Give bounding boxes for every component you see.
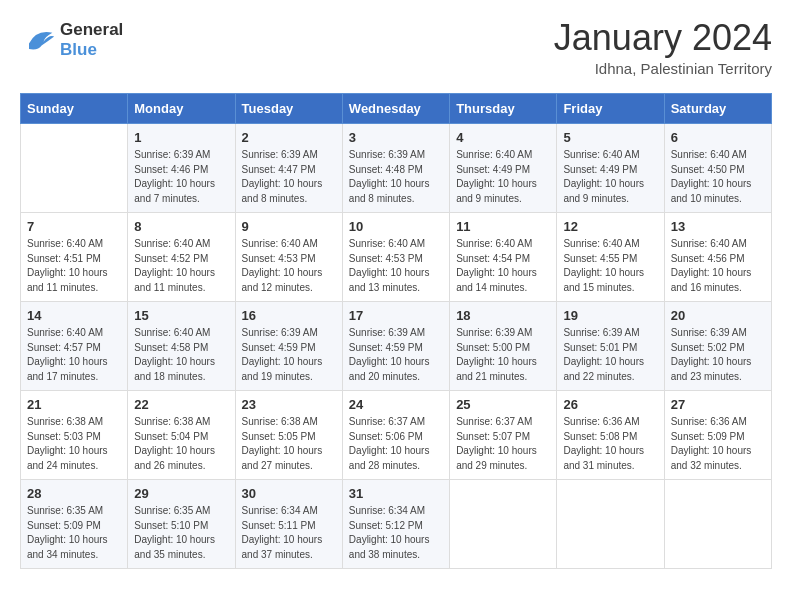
day-cell: 31Sunrise: 6:34 AMSunset: 5:12 PMDayligh… <box>342 480 449 569</box>
day-cell: 10Sunrise: 6:40 AMSunset: 4:53 PMDayligh… <box>342 213 449 302</box>
day-cell: 24Sunrise: 6:37 AMSunset: 5:06 PMDayligh… <box>342 391 449 480</box>
day-info: Sunrise: 6:40 AMSunset: 4:51 PMDaylight:… <box>27 237 121 295</box>
page-header: General Blue January 2024 Idhna, Palesti… <box>20 20 772 77</box>
day-cell: 19Sunrise: 6:39 AMSunset: 5:01 PMDayligh… <box>557 302 664 391</box>
day-cell: 1Sunrise: 6:39 AMSunset: 4:46 PMDaylight… <box>128 124 235 213</box>
day-cell: 7Sunrise: 6:40 AMSunset: 4:51 PMDaylight… <box>21 213 128 302</box>
day-cell: 6Sunrise: 6:40 AMSunset: 4:50 PMDaylight… <box>664 124 771 213</box>
day-cell: 5Sunrise: 6:40 AMSunset: 4:49 PMDaylight… <box>557 124 664 213</box>
month-title: January 2024 <box>554 20 772 56</box>
location-subtitle: Idhna, Palestinian Territory <box>554 60 772 77</box>
week-row-3: 14Sunrise: 6:40 AMSunset: 4:57 PMDayligh… <box>21 302 772 391</box>
day-info: Sunrise: 6:38 AMSunset: 5:05 PMDaylight:… <box>242 415 336 473</box>
header-tuesday: Tuesday <box>235 94 342 124</box>
day-info: Sunrise: 6:40 AMSunset: 4:50 PMDaylight:… <box>671 148 765 206</box>
day-cell: 11Sunrise: 6:40 AMSunset: 4:54 PMDayligh… <box>450 213 557 302</box>
day-cell: 30Sunrise: 6:34 AMSunset: 5:11 PMDayligh… <box>235 480 342 569</box>
header-row: SundayMondayTuesdayWednesdayThursdayFrid… <box>21 94 772 124</box>
header-friday: Friday <box>557 94 664 124</box>
day-number: 15 <box>134 308 228 323</box>
day-info: Sunrise: 6:39 AMSunset: 5:00 PMDaylight:… <box>456 326 550 384</box>
day-number: 9 <box>242 219 336 234</box>
day-number: 26 <box>563 397 657 412</box>
day-number: 13 <box>671 219 765 234</box>
day-info: Sunrise: 6:35 AMSunset: 5:09 PMDaylight:… <box>27 504 121 562</box>
day-cell: 14Sunrise: 6:40 AMSunset: 4:57 PMDayligh… <box>21 302 128 391</box>
day-info: Sunrise: 6:40 AMSunset: 4:56 PMDaylight:… <box>671 237 765 295</box>
day-cell: 13Sunrise: 6:40 AMSunset: 4:56 PMDayligh… <box>664 213 771 302</box>
day-info: Sunrise: 6:40 AMSunset: 4:57 PMDaylight:… <box>27 326 121 384</box>
day-info: Sunrise: 6:39 AMSunset: 5:02 PMDaylight:… <box>671 326 765 384</box>
day-info: Sunrise: 6:40 AMSunset: 4:52 PMDaylight:… <box>134 237 228 295</box>
day-info: Sunrise: 6:39 AMSunset: 4:59 PMDaylight:… <box>349 326 443 384</box>
day-number: 19 <box>563 308 657 323</box>
day-cell <box>450 480 557 569</box>
calendar-table: SundayMondayTuesdayWednesdayThursdayFrid… <box>20 93 772 569</box>
day-number: 1 <box>134 130 228 145</box>
day-info: Sunrise: 6:35 AMSunset: 5:10 PMDaylight:… <box>134 504 228 562</box>
day-info: Sunrise: 6:39 AMSunset: 5:01 PMDaylight:… <box>563 326 657 384</box>
day-info: Sunrise: 6:37 AMSunset: 5:06 PMDaylight:… <box>349 415 443 473</box>
day-number: 10 <box>349 219 443 234</box>
day-number: 29 <box>134 486 228 501</box>
day-number: 21 <box>27 397 121 412</box>
day-cell <box>21 124 128 213</box>
day-number: 28 <box>27 486 121 501</box>
day-cell: 17Sunrise: 6:39 AMSunset: 4:59 PMDayligh… <box>342 302 449 391</box>
day-number: 20 <box>671 308 765 323</box>
logo-icon <box>20 25 56 55</box>
day-number: 12 <box>563 219 657 234</box>
week-row-2: 7Sunrise: 6:40 AMSunset: 4:51 PMDaylight… <box>21 213 772 302</box>
day-info: Sunrise: 6:39 AMSunset: 4:48 PMDaylight:… <box>349 148 443 206</box>
day-info: Sunrise: 6:39 AMSunset: 4:47 PMDaylight:… <box>242 148 336 206</box>
day-cell: 27Sunrise: 6:36 AMSunset: 5:09 PMDayligh… <box>664 391 771 480</box>
header-saturday: Saturday <box>664 94 771 124</box>
day-cell: 29Sunrise: 6:35 AMSunset: 5:10 PMDayligh… <box>128 480 235 569</box>
day-info: Sunrise: 6:40 AMSunset: 4:54 PMDaylight:… <box>456 237 550 295</box>
day-cell: 25Sunrise: 6:37 AMSunset: 5:07 PMDayligh… <box>450 391 557 480</box>
day-number: 16 <box>242 308 336 323</box>
day-number: 22 <box>134 397 228 412</box>
day-number: 14 <box>27 308 121 323</box>
day-number: 25 <box>456 397 550 412</box>
day-number: 27 <box>671 397 765 412</box>
day-number: 6 <box>671 130 765 145</box>
day-info: Sunrise: 6:40 AMSunset: 4:58 PMDaylight:… <box>134 326 228 384</box>
header-wednesday: Wednesday <box>342 94 449 124</box>
day-cell: 28Sunrise: 6:35 AMSunset: 5:09 PMDayligh… <box>21 480 128 569</box>
day-number: 2 <box>242 130 336 145</box>
week-row-1: 1Sunrise: 6:39 AMSunset: 4:46 PMDaylight… <box>21 124 772 213</box>
day-number: 8 <box>134 219 228 234</box>
day-cell: 18Sunrise: 6:39 AMSunset: 5:00 PMDayligh… <box>450 302 557 391</box>
header-thursday: Thursday <box>450 94 557 124</box>
header-monday: Monday <box>128 94 235 124</box>
day-info: Sunrise: 6:39 AMSunset: 4:46 PMDaylight:… <box>134 148 228 206</box>
day-cell: 15Sunrise: 6:40 AMSunset: 4:58 PMDayligh… <box>128 302 235 391</box>
header-sunday: Sunday <box>21 94 128 124</box>
day-info: Sunrise: 6:34 AMSunset: 5:12 PMDaylight:… <box>349 504 443 562</box>
week-row-5: 28Sunrise: 6:35 AMSunset: 5:09 PMDayligh… <box>21 480 772 569</box>
day-info: Sunrise: 6:40 AMSunset: 4:53 PMDaylight:… <box>242 237 336 295</box>
day-info: Sunrise: 6:38 AMSunset: 5:03 PMDaylight:… <box>27 415 121 473</box>
day-cell: 9Sunrise: 6:40 AMSunset: 4:53 PMDaylight… <box>235 213 342 302</box>
day-cell: 12Sunrise: 6:40 AMSunset: 4:55 PMDayligh… <box>557 213 664 302</box>
day-info: Sunrise: 6:36 AMSunset: 5:08 PMDaylight:… <box>563 415 657 473</box>
day-info: Sunrise: 6:40 AMSunset: 4:49 PMDaylight:… <box>563 148 657 206</box>
day-info: Sunrise: 6:37 AMSunset: 5:07 PMDaylight:… <box>456 415 550 473</box>
day-cell: 20Sunrise: 6:39 AMSunset: 5:02 PMDayligh… <box>664 302 771 391</box>
day-number: 17 <box>349 308 443 323</box>
day-cell: 2Sunrise: 6:39 AMSunset: 4:47 PMDaylight… <box>235 124 342 213</box>
day-cell: 8Sunrise: 6:40 AMSunset: 4:52 PMDaylight… <box>128 213 235 302</box>
day-number: 3 <box>349 130 443 145</box>
week-row-4: 21Sunrise: 6:38 AMSunset: 5:03 PMDayligh… <box>21 391 772 480</box>
day-number: 23 <box>242 397 336 412</box>
day-number: 7 <box>27 219 121 234</box>
day-info: Sunrise: 6:39 AMSunset: 4:59 PMDaylight:… <box>242 326 336 384</box>
day-info: Sunrise: 6:38 AMSunset: 5:04 PMDaylight:… <box>134 415 228 473</box>
day-cell <box>664 480 771 569</box>
day-info: Sunrise: 6:36 AMSunset: 5:09 PMDaylight:… <box>671 415 765 473</box>
day-cell: 22Sunrise: 6:38 AMSunset: 5:04 PMDayligh… <box>128 391 235 480</box>
day-number: 5 <box>563 130 657 145</box>
day-number: 18 <box>456 308 550 323</box>
day-cell: 26Sunrise: 6:36 AMSunset: 5:08 PMDayligh… <box>557 391 664 480</box>
